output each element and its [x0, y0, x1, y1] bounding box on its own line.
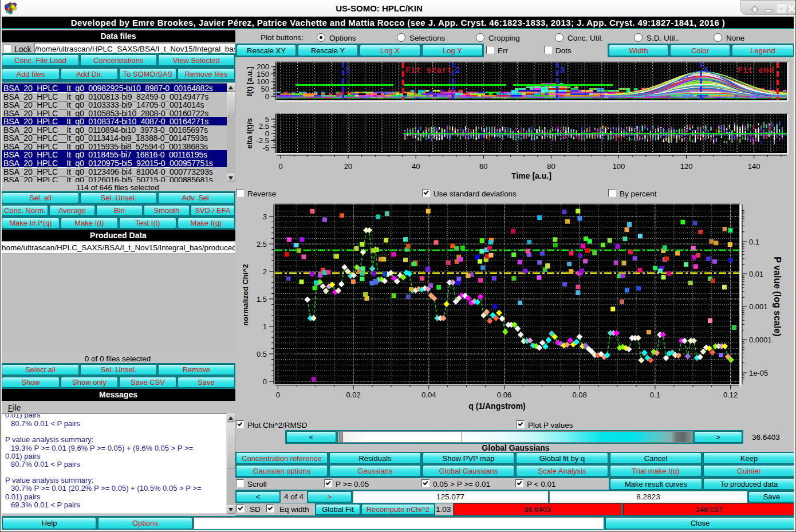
svg-text:P value (log scale): P value (log scale): [773, 257, 782, 336]
svg-text:40: 40: [412, 162, 420, 171]
svg-text:normalized Chi^2: normalized Chi^2: [241, 264, 250, 326]
svg-text:80: 80: [547, 162, 555, 171]
svg-text:q (1/Angstrom): q (1/Angstrom): [468, 401, 526, 411]
svg-text:0.1: 0.1: [650, 391, 660, 399]
svg-text:0.001: 0.001: [749, 302, 768, 311]
svg-text:3: 3: [263, 212, 267, 221]
svg-text:0.0001: 0.0001: [749, 336, 772, 344]
svg-text:0.08: 0.08: [573, 391, 587, 399]
svg-text:Fit start: Fit start: [405, 66, 452, 75]
svg-text:1e-05: 1e-05: [749, 369, 768, 377]
svg-text:Time [a.u.]: Time [a.u.]: [511, 171, 551, 180]
svg-text:0.01: 0.01: [749, 270, 763, 278]
svg-text:0.1: 0.1: [749, 238, 759, 246]
svg-text:1.5: 1.5: [257, 295, 267, 304]
svg-text:1: 1: [263, 322, 267, 331]
svg-text:-5: -5: [262, 144, 269, 152]
svg-text:120: 120: [680, 162, 693, 171]
svg-text:0.06: 0.06: [497, 391, 511, 399]
svg-text:0.12: 0.12: [723, 391, 738, 399]
svg-text:0.5: 0.5: [257, 350, 267, 358]
svg-text:100: 100: [613, 162, 625, 171]
svg-text:2: 2: [263, 267, 267, 276]
svg-text:140: 140: [748, 162, 760, 171]
svg-text:0.02: 0.02: [346, 391, 360, 399]
svg-text:20: 20: [344, 162, 352, 171]
svg-text:2: 2: [455, 66, 460, 76]
svg-text:0: 0: [265, 92, 269, 101]
svg-text:Fit end: Fit end: [738, 66, 774, 75]
svg-text:I(t) [a.u.]: I(t) [a.u.]: [245, 66, 254, 96]
svg-text:0: 0: [276, 391, 280, 399]
svg-text:0: 0: [278, 162, 282, 171]
svg-text:3: 3: [559, 66, 565, 76]
svg-text:1: 1: [345, 66, 350, 76]
svg-text:2.5: 2.5: [257, 240, 267, 249]
svg-text:elta I(t)/s: elta I(t)/s: [245, 118, 254, 148]
svg-text:0: 0: [263, 377, 267, 386]
svg-text:60: 60: [479, 162, 487, 171]
svg-text:0.04: 0.04: [421, 391, 436, 399]
svg-text:4: 4: [703, 66, 708, 76]
